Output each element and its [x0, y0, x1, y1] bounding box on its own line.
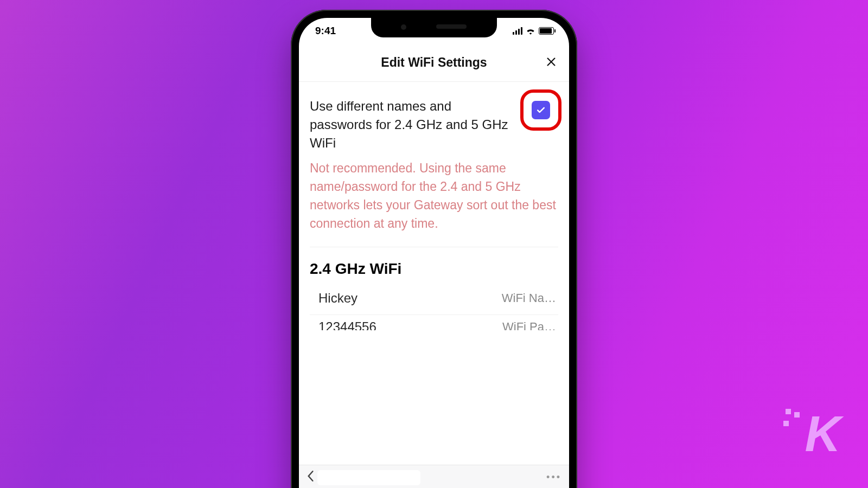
- status-time: 9:41: [315, 25, 336, 37]
- keyboard-back-button[interactable]: [307, 470, 314, 485]
- close-icon: [545, 56, 557, 68]
- page-header: Edit WiFi Settings: [299, 44, 569, 82]
- phone-screen: 9:41 Edit WiFi Settings: [299, 18, 569, 488]
- status-icons: [513, 27, 554, 35]
- phone-bezel: 9:41 Edit WiFi Settings: [297, 16, 571, 488]
- keyboard-toolbar: •••: [299, 465, 569, 488]
- chevron-left-icon: [307, 470, 314, 482]
- split-bands-toggle-row: Use different names and passwords for 2.…: [310, 97, 558, 152]
- content-area: Use different names and passwords for 2.…: [299, 82, 569, 330]
- close-button[interactable]: [545, 56, 557, 70]
- cellular-icon: [513, 27, 522, 35]
- keyboard-suggestion[interactable]: [317, 470, 420, 485]
- highlight-ring: [520, 89, 561, 131]
- wifi-name-value: Hickey: [312, 291, 358, 306]
- watermark-letter: K: [805, 406, 839, 461]
- keyboard-more-button[interactable]: •••: [546, 472, 561, 483]
- section-title-24ghz: 2.4 GHz WiFi: [310, 260, 558, 278]
- phone-notch: [371, 18, 497, 37]
- split-bands-checkbox[interactable]: [532, 101, 550, 119]
- phone-frame: 9:41 Edit WiFi Settings: [291, 10, 577, 488]
- split-bands-label: Use different names and passwords for 2.…: [310, 97, 508, 152]
- battery-icon: [539, 27, 554, 35]
- wifi-name-field[interactable]: Hickey WiFi Na…: [310, 282, 558, 315]
- page-title: Edit WiFi Settings: [381, 55, 487, 70]
- wifi-password-field[interactable]: 12344556 WiFi Pa…: [310, 315, 558, 330]
- watermark-dots: [786, 402, 796, 416]
- wifi-name-label: WiFi Na…: [502, 291, 556, 305]
- wifi-password-value: 12344556: [312, 319, 376, 330]
- watermark: K: [805, 409, 839, 459]
- check-icon: [535, 105, 546, 115]
- wifi-password-label: WiFi Pa…: [502, 320, 556, 330]
- warning-text: Not recommended. Using the same name/pas…: [310, 159, 558, 247]
- wifi-icon: [526, 27, 535, 35]
